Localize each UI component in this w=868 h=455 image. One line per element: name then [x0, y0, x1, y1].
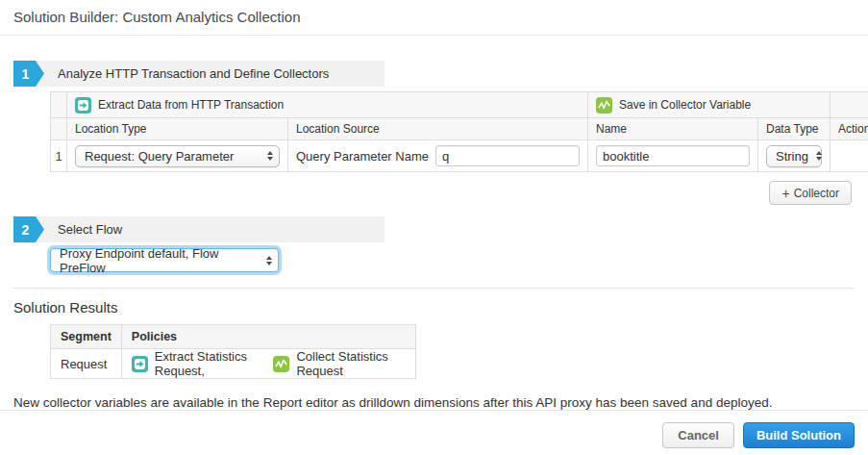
step2-badge: 2	[13, 216, 44, 242]
extract-icon	[132, 356, 148, 372]
page-title: Solution Builder: Custom Analytics Colle…	[13, 9, 855, 25]
select-arrows-icon	[816, 151, 822, 161]
collectors-section: Extract Data from HTTP Transaction Save …	[50, 91, 852, 205]
group-header-collect-label: Save in Collector Variable	[619, 98, 751, 112]
step2-title: Select Flow	[58, 222, 122, 237]
data-type-select[interactable]: String	[766, 145, 822, 167]
colhead-name: Name	[588, 118, 758, 140]
page-footer: Cancel Build Solution	[0, 410, 868, 455]
step1-badge: 1	[13, 61, 44, 87]
group-header-extract: Extract Data from HTTP Transaction	[67, 92, 588, 118]
colhead-location-source: Location Source	[288, 118, 588, 140]
step1-title: Analyze HTTP Transaction and Define Coll…	[58, 66, 329, 81]
group-header-collect: Save in Collector Variable	[588, 92, 831, 118]
row-number: 1	[51, 140, 67, 172]
step1-header-bar: 1 Analyze HTTP Transaction and Define Co…	[13, 61, 384, 87]
collector-name-input[interactable]	[596, 145, 750, 166]
results-row: Request Extract Statistics Request, Coll…	[51, 349, 416, 379]
extract-icon	[75, 97, 91, 114]
main-content: 1 Analyze HTTP Transaction and Define Co…	[0, 36, 868, 410]
results-colhead-policies: Policies	[121, 325, 415, 349]
query-parameter-name-input[interactable]	[435, 145, 580, 166]
colhead-data-type: Data Type	[758, 118, 831, 140]
location-type-value: Request: Query Parameter	[85, 149, 234, 164]
add-collector-button[interactable]: + Collector	[769, 181, 852, 205]
colhead-spacer	[51, 118, 67, 140]
collect-icon	[273, 356, 289, 372]
page-header: Solution Builder: Custom Analytics Colle…	[0, 0, 868, 36]
results-table: Segment Policies Request Extract Statist…	[50, 324, 416, 379]
deploy-note: New collector variables are available in…	[13, 395, 855, 410]
group-header-spacer	[51, 92, 67, 118]
results-colhead-segment: Segment	[51, 325, 122, 349]
colhead-action: Action	[831, 118, 868, 140]
add-collector-label: Collector	[794, 187, 839, 200]
flow-select-value: Proxy Endpoint default, Flow PreFlow	[60, 246, 259, 275]
policy-extract-label: Extract Statistics Request,	[155, 349, 267, 378]
data-type-value: String	[776, 149, 808, 164]
location-type-select[interactable]: Request: Query Parameter	[75, 145, 280, 167]
collect-icon	[596, 97, 612, 114]
step2-header-bar: 2 Select Flow	[13, 216, 384, 242]
results-segment: Request	[51, 349, 122, 379]
cancel-button[interactable]: Cancel	[662, 422, 734, 448]
results-divider	[13, 288, 855, 289]
select-arrows-icon	[266, 256, 272, 265]
action-cell	[831, 140, 868, 172]
collectors-table: Extract Data from HTTP Transaction Save …	[50, 91, 868, 172]
flow-select[interactable]: Proxy Endpoint default, Flow PreFlow	[50, 248, 279, 272]
collector-row: 1 Request: Query Parameter Query Paramet…	[51, 140, 868, 172]
build-solution-button[interactable]: Build Solution	[743, 422, 855, 448]
plus-icon: +	[781, 186, 789, 201]
select-arrows-icon	[267, 151, 273, 161]
location-source-label: Query Parameter Name	[296, 149, 429, 164]
group-header-action-spacer	[831, 92, 868, 118]
results-title: Solution Results	[13, 299, 855, 316]
group-header-extract-label: Extract Data from HTTP Transaction	[98, 98, 284, 112]
colhead-location-type: Location Type	[67, 118, 288, 140]
policy-collect-label: Collect Statistics Request	[296, 349, 405, 378]
